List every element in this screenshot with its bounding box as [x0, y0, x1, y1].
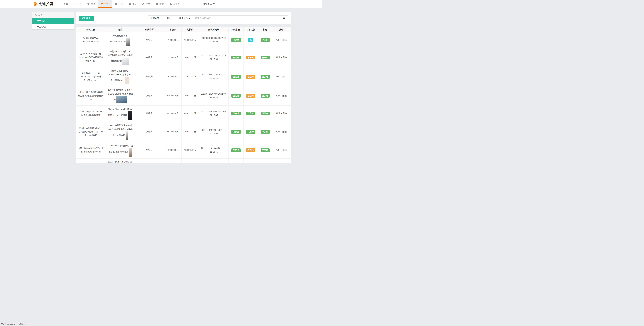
auction-name-cell: 《Meditation 静心冥想》 迈克尔·帕克斯 雕塑作品 — [76, 142, 106, 158]
start-price-cell: 280000.00元 — [181, 158, 199, 163]
cloud-icon — [170, 3, 172, 5]
order-status-cell: 已违约 — [244, 142, 258, 158]
product-name: CAMÉLIA系列珠宝腕表 山茶花图案神秘腕表，白18K金，镶嵌钻石 — [108, 124, 132, 137]
sidebar-item-zone-management[interactable]: 专区管理 — [32, 24, 74, 29]
nav-item-apps[interactable]: 应用 — [140, 0, 153, 8]
reply-icon — [60, 3, 62, 5]
search-input[interactable] — [193, 16, 280, 21]
edit-link[interactable]: 编辑 — [276, 56, 280, 59]
delete-link[interactable]: 删除 — [282, 149, 287, 151]
auction-status-badge: 已完成 — [232, 56, 240, 59]
nav-label: 返回 — [64, 2, 68, 6]
filter-status-dropdown[interactable]: 状态 — [164, 16, 176, 21]
period-cell: 2021-11-10 18:30 2022-09-30 18:30 — [199, 158, 228, 163]
order-status-badge: 已违约 — [246, 56, 255, 59]
sidebar-item-auction-list[interactable]: 拍卖列表 — [32, 18, 74, 24]
gift-icon — [87, 3, 90, 5]
auction-name-cell: CAMÉLIA系列珠宝腕表 山茶花图案神秘腕表，白18K金，镶嵌钻石 — [76, 122, 106, 142]
table-row: 190万宇舶大爆炸灵魂系列镂空陀飞轮顶尖收藏男士腕表 190万宇舶大爆炸灵魂系列… — [76, 86, 290, 105]
search-button[interactable] — [280, 16, 288, 21]
edit-link[interactable]: 编辑 — [276, 149, 280, 151]
edit-link[interactable]: 编辑 — [276, 95, 280, 97]
period-cell: 2021-11-10 13:46 2021-11-11 13:46 — [199, 142, 228, 158]
op-separator: - — [281, 39, 282, 41]
app-logo[interactable]: 火速拍卖 — [33, 0, 54, 8]
auction-table-body: 宇舶大爆炸男表 601.NX.7170.LR 宇舶大爆炸男表 601.NX.71… — [76, 32, 290, 163]
filter-zone-dropdown[interactable]: 所属专区 — [148, 16, 164, 21]
auction-status-badge: 已完成 — [232, 75, 240, 79]
status-badge: 已开启 — [260, 112, 270, 115]
zone-cell: 初级房 — [135, 142, 164, 158]
start-price-cell: 100000.00元 — [181, 122, 199, 142]
status-badge: 已开启 — [260, 75, 270, 79]
nav-item-settings[interactable]: 设置 — [153, 0, 167, 8]
actions-cell: 编辑-删除 — [272, 122, 290, 142]
zone-cell: 中级房 — [135, 158, 164, 163]
apps-icon — [142, 3, 144, 5]
delete-link[interactable]: 删除 — [282, 75, 287, 78]
product-name: CAMÉLIA系列珠宝腕表 山茶花图案神秘腕表，白18K金，镶嵌钻石 — [108, 161, 132, 163]
toolbar: 添加拍卖 所属专区 状态 拍卖状态 — [76, 13, 290, 24]
nav-item-orders[interactable]: 订单 — [112, 0, 126, 8]
start-price-cell: 100000.00元 — [181, 32, 199, 48]
col-zone: 所属专区 — [135, 27, 164, 32]
market-price-cell: 350200.00元 — [164, 122, 181, 142]
nav-item-goods[interactable]: 商品 — [84, 0, 98, 8]
market-price-cell: 200000.00元 — [164, 48, 181, 67]
nav-item-auction[interactable]: 拍卖 — [98, 0, 112, 8]
order-status-cell: 已违约 — [244, 48, 258, 67]
nav-item-home[interactable]: 首页 — [71, 0, 84, 8]
nav-item-cloud[interactable]: 云服务 — [167, 0, 183, 8]
chevron-down-icon — [213, 3, 214, 4]
order-status-badge: 已违约 — [246, 94, 255, 98]
table-row: 宇舶大爆炸男表 601.NX.7170.LR 宇舶大爆炸男表 601.NX.71… — [76, 32, 290, 48]
filter-auction-status-dropdown[interactable]: 拍卖状态 — [176, 16, 193, 21]
product-cell: CAMÉLIA系列珠宝腕表 山茶花图案神秘腕表，白18K金，镶嵌钻石 — [106, 122, 135, 142]
account-name: 玩物得志 — [203, 2, 212, 6]
product-image — [116, 96, 126, 103]
auction-status-cell: 已完成 — [228, 122, 244, 142]
auction-status-badge: 已完成 — [232, 112, 240, 115]
delete-link[interactable]: 删除 — [282, 95, 287, 97]
auction-status-cell: 已完成 — [228, 142, 244, 158]
nav-item-members[interactable]: 会员 — [126, 0, 140, 8]
nav-label: 会员 — [132, 2, 136, 6]
nav-label: 商品 — [91, 2, 95, 6]
auction-status-cell: 已完成 — [228, 158, 244, 163]
order-status-cell: 无 — [244, 32, 258, 48]
product-cell: 【澳洲白珠】直径17-17.5mm 18K 金海水珍珠吊坠大溪地D102 — [106, 67, 135, 86]
flame-logo-icon — [33, 1, 37, 7]
col-auction-name: 拍卖名称 — [76, 27, 106, 32]
nav-label: 设置 — [160, 2, 164, 6]
delete-link[interactable]: 删除 — [282, 112, 287, 115]
nav-item-back[interactable]: 返回 — [57, 0, 71, 8]
market-price-cell: 120000.00元 — [164, 67, 181, 86]
order-status-cell: 已违约 — [244, 67, 258, 86]
col-product: 商品 — [106, 27, 135, 32]
edit-link[interactable]: 编辑 — [276, 39, 280, 41]
edit-link[interactable]: 编辑 — [276, 112, 280, 115]
product-cell: 迪赞GIA 3.01克拉 H色 VVS1净度 心形钻石拍卖赠戒指托BBU — [106, 48, 135, 67]
op-separator: - — [281, 95, 282, 97]
nav-label: 云服务 — [173, 2, 180, 6]
delete-link[interactable]: 删除 — [282, 130, 287, 133]
delete-link[interactable]: 删除 — [282, 39, 287, 41]
nav-label: 订单 — [118, 2, 123, 6]
edit-link[interactable]: 编辑 — [276, 75, 280, 78]
add-auction-button[interactable]: 添加拍卖 — [78, 16, 94, 21]
period-cell: 2021-11-09 19:45 2023-03-31 19:45 — [199, 105, 228, 122]
order-status-cell: 已支付 — [244, 105, 258, 122]
status-cell: 已开启 — [258, 142, 272, 158]
auction-status-badge: 已完成 — [232, 94, 240, 98]
market-price-cell: 130000.00元 — [164, 142, 181, 158]
filter-label: 状态 — [167, 17, 171, 20]
table-row: 迪赞GIA 3.01克拉 H色 VVS1净度 心形钻石拍卖赠戒指托BBU 迪赞G… — [76, 48, 290, 67]
sidebar: 拍卖 拍卖列表 专区管理 — [32, 13, 74, 29]
actions-cell: 编辑-删除 — [272, 32, 290, 48]
search-icon — [283, 17, 286, 20]
auction-status-cell: 已完成 — [228, 32, 244, 48]
col-status: 状态 — [258, 27, 272, 32]
edit-link[interactable]: 编辑 — [276, 130, 280, 133]
account-dropdown[interactable]: 玩物得志 — [203, 0, 214, 8]
delete-link[interactable]: 删除 — [282, 56, 287, 59]
